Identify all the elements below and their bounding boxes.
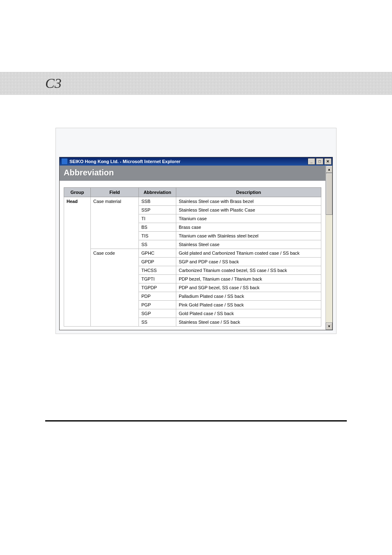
col-header-abbr: Abbreviation	[139, 188, 176, 197]
cell-desc: PDP and SGP bezel, SS case / SS back	[176, 283, 321, 292]
cell-group	[64, 318, 91, 327]
cell-group: Head	[64, 197, 91, 206]
cell-desc: Pink Gold Plated case / SS back	[176, 301, 321, 309]
cell-abbr: PGP	[139, 301, 176, 309]
ie-window: SEIKO Hong Kong Ltd. - Microsoft Interne…	[59, 157, 333, 330]
table-row: PGPPink Gold Plated case / SS back	[64, 301, 321, 309]
cell-abbr: TGPTI	[139, 275, 176, 283]
abbreviation-table: Group Field Abbreviation Description Hea…	[64, 187, 321, 327]
content-area: Abbreviation Group Field Abbreviation De…	[60, 166, 325, 330]
window-client-area: Abbreviation Group Field Abbreviation De…	[60, 166, 332, 330]
cell-abbr: SSP	[139, 206, 176, 214]
table-row: SSStainless Steel case / SS back	[64, 318, 321, 327]
cell-field	[91, 301, 139, 309]
window-title: SEIKO Hong Kong Ltd. - Microsoft Interne…	[69, 159, 308, 164]
cell-abbr: GPHC	[139, 249, 176, 258]
col-header-desc: Description	[176, 188, 321, 197]
cell-desc: Brass case	[176, 223, 321, 232]
cell-desc: Titanium case	[176, 214, 321, 223]
cell-group	[64, 266, 91, 275]
table-row: TITitanium case	[64, 214, 321, 223]
cell-abbr: TIS	[139, 232, 176, 240]
vertical-scrollbar[interactable]: ▲ ▼	[325, 166, 332, 330]
cell-desc: Gold Plated case / SS back	[176, 309, 321, 318]
cell-desc: Stainless Steel case	[176, 240, 321, 249]
cell-field	[91, 214, 139, 223]
table-row: Case codeGPHCGold plated and Carbonized …	[64, 249, 321, 258]
cell-group	[64, 223, 91, 232]
cell-abbr: TGPDP	[139, 283, 176, 292]
table-row: TISTitanium case with Stainless steel be…	[64, 232, 321, 240]
cell-group	[64, 214, 91, 223]
cell-field	[91, 223, 139, 232]
scroll-down-button[interactable]: ▼	[326, 322, 332, 330]
table-row: SGPGold Plated case / SS back	[64, 309, 321, 318]
table-row: HeadCase materialSSBStainless Steel case…	[64, 197, 321, 206]
cell-group	[64, 206, 91, 214]
page-title: Abbreviation	[60, 166, 325, 181]
cell-abbr: BS	[139, 223, 176, 232]
cell-group	[64, 249, 91, 258]
cell-group	[64, 275, 91, 283]
cell-desc: PDP bezel, Titanium case / Titanium back	[176, 275, 321, 283]
header-ornament-glyph: C3	[0, 76, 62, 91]
table-row: SSPStainless Steel case with Plastic Cas…	[64, 206, 321, 214]
cell-field	[91, 292, 139, 301]
page-header-band: C3	[0, 72, 392, 95]
cell-desc: Palladium Plated case / SS back	[176, 292, 321, 301]
cell-group	[64, 301, 91, 309]
cell-group	[64, 292, 91, 301]
cell-field: Case material	[91, 197, 139, 206]
cell-desc: Carbonized Titanium coated bezel, SS cas…	[176, 266, 321, 275]
table-header-row: Group Field Abbreviation Description	[64, 188, 321, 197]
col-header-field: Field	[91, 188, 139, 197]
table-row: TGPTIPDP bezel, Titanium case / Titanium…	[64, 275, 321, 283]
table-row: THCSSCarbonized Titanium coated bezel, S…	[64, 266, 321, 275]
ie-icon	[61, 158, 68, 165]
cell-field	[91, 258, 139, 266]
cell-field	[91, 206, 139, 214]
cell-field	[91, 309, 139, 318]
cell-abbr: SS	[139, 240, 176, 249]
cell-field: Case code	[91, 249, 139, 258]
cell-group	[64, 232, 91, 240]
cell-abbr: TI	[139, 214, 176, 223]
cell-group	[64, 240, 91, 249]
cell-field	[91, 232, 139, 240]
cell-abbr: PDP	[139, 292, 176, 301]
cell-field	[91, 318, 139, 327]
cell-group	[64, 258, 91, 266]
table-row: BSBrass case	[64, 223, 321, 232]
table-container: Group Field Abbreviation Description Hea…	[60, 181, 325, 330]
cell-abbr: SS	[139, 318, 176, 327]
cell-desc: SGP and PDP case / SS back	[176, 258, 321, 266]
cell-desc: Stainless Steel case with Brass bezel	[176, 197, 321, 206]
col-header-group: Group	[64, 188, 91, 197]
cell-abbr: SSB	[139, 197, 176, 206]
screenshot-frame: SEIKO Hong Kong Ltd. - Microsoft Interne…	[55, 128, 337, 334]
cell-desc: Stainless Steel case with Plastic Case	[176, 206, 321, 214]
cell-field	[91, 240, 139, 249]
cell-group	[64, 283, 91, 292]
window-titlebar: SEIKO Hong Kong Ltd. - Microsoft Interne…	[60, 157, 332, 166]
minimize-button[interactable]: _	[308, 158, 315, 165]
scroll-up-button[interactable]: ▲	[326, 166, 332, 173]
table-row: SSStainless Steel case	[64, 240, 321, 249]
table-row: GPDPSGP and PDP case / SS back	[64, 258, 321, 266]
maximize-button[interactable]: □	[316, 158, 323, 165]
scroll-thumb[interactable]	[326, 173, 332, 215]
table-row: TGPDPPDP and SGP bezel, SS case / SS bac…	[64, 283, 321, 292]
cell-abbr: GPDP	[139, 258, 176, 266]
footer-rule	[45, 420, 347, 421]
cell-desc: Gold plated and Carbonized Titanium coat…	[176, 249, 321, 258]
cell-field	[91, 283, 139, 292]
cell-field	[91, 275, 139, 283]
cell-abbr: THCSS	[139, 266, 176, 275]
close-button[interactable]: ✕	[324, 158, 332, 165]
cell-desc: Stainless Steel case / SS back	[176, 318, 321, 327]
cell-field	[91, 266, 139, 275]
cell-group	[64, 309, 91, 318]
cell-desc: Titanium case with Stainless steel bezel	[176, 232, 321, 240]
scroll-track[interactable]	[326, 173, 332, 322]
table-row: PDPPalladium Plated case / SS back	[64, 292, 321, 301]
